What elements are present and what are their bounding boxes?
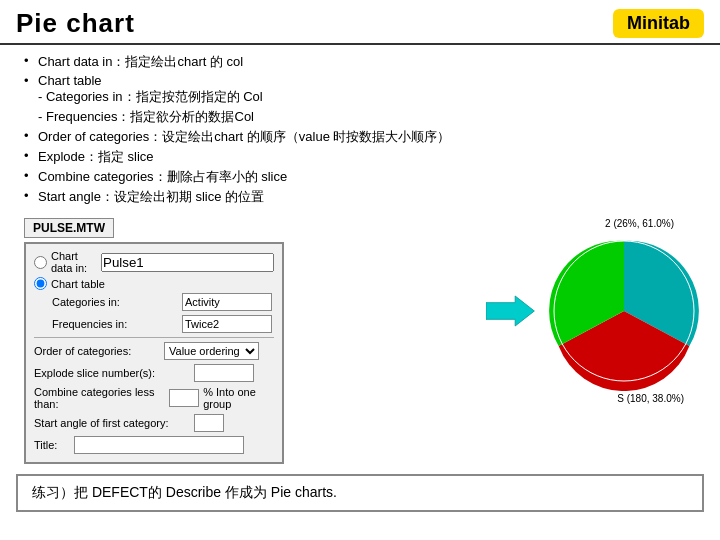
chart-data-in-input[interactable] xyxy=(101,253,274,272)
title-label: Title: xyxy=(34,439,74,451)
dialog-box: PULSE.MTW Chart data in: Chart table Cat… xyxy=(24,218,284,464)
bullet-item-6: Start angle：设定绘出初期 slice 的位置 xyxy=(24,188,696,206)
exercise-box: 练习）把 DEFECT的 Describe 作成为 Pie charts. xyxy=(16,474,704,512)
chart-label-bottom: S (180, 38.0%) xyxy=(617,393,684,404)
frequencies-in-row: Frequencies in: xyxy=(34,315,274,333)
page-title: Pie chart xyxy=(16,8,135,39)
bullet-item-4: Explode：指定 slice xyxy=(24,148,696,166)
combine-input[interactable] xyxy=(169,389,199,407)
combine-label: Combine categories less than: xyxy=(34,386,169,410)
page-header: Pie chart Minitab xyxy=(0,0,720,45)
title-input[interactable] xyxy=(74,436,244,454)
bullet-item-2: Chart table Categories in：指定按范例指定的 Col F… xyxy=(24,73,696,126)
chart-table-row: Chart table xyxy=(34,277,274,290)
start-angle-label: Start angle of first category: xyxy=(34,417,194,429)
minitab-badge: Minitab xyxy=(613,9,704,38)
arrow-icon xyxy=(486,291,536,331)
feature-list: Chart data in：指定绘出chart 的 col Chart tabl… xyxy=(24,53,696,206)
start-angle-input[interactable] xyxy=(194,414,224,432)
order-row: Order of categories: Value ordering xyxy=(34,342,274,360)
combine-unit: % Into one group xyxy=(203,386,274,410)
bullet-item-1: Chart data in：指定绘出chart 的 col xyxy=(24,53,696,71)
filename-tag: PULSE.MTW xyxy=(24,218,114,238)
sub-item-2: Frequencies：指定欲分析的数据Col xyxy=(38,108,696,126)
bullet-item-5: Combine categories：删除占有率小的 slice xyxy=(24,168,696,186)
radio-chart-table[interactable] xyxy=(34,277,47,290)
sub-list: Categories in：指定按范例指定的 Col Frequencies：指… xyxy=(38,88,696,126)
pie-chart-svg xyxy=(544,231,704,391)
categories-in-input[interactable] xyxy=(182,293,272,311)
chart-with-arrow xyxy=(486,231,704,391)
categories-in-row: Categories in: xyxy=(34,293,274,311)
explode-row: Explode slice number(s): xyxy=(34,364,274,382)
explode-input[interactable] xyxy=(194,364,254,382)
sub-item-1: Categories in：指定按范例指定的 Col xyxy=(38,88,696,106)
radio-chart-data-in[interactable] xyxy=(34,256,47,269)
chart-area: 2 (26%, 61.0%) S (180, 38.0%) xyxy=(294,218,704,464)
exercise-text: 练习）把 DEFECT的 Describe 作成为 Pie charts. xyxy=(32,484,337,500)
pie-chart-dialog: Chart data in: Chart table Categories in… xyxy=(24,242,284,464)
frequencies-in-label: Frequencies in: xyxy=(52,318,182,330)
start-angle-row: Start angle of first category: xyxy=(34,414,274,432)
chart-table-label: Chart table xyxy=(51,278,105,290)
title-row: Title: xyxy=(34,436,274,454)
order-label: Order of categories: xyxy=(34,345,164,357)
main-content: PULSE.MTW Chart data in: Chart table Cat… xyxy=(0,212,720,468)
chart-data-in-row: Chart data in: xyxy=(34,250,274,274)
chart-data-in-label: Chart data in: xyxy=(51,250,101,274)
categories-in-label: Categories in: xyxy=(52,296,182,308)
chart-label-top: 2 (26%, 61.0%) xyxy=(605,218,674,229)
svg-marker-0 xyxy=(486,296,534,326)
bullet-list-section: Chart data in：指定绘出chart 的 col Chart tabl… xyxy=(0,45,720,212)
bullet-item-3: Order of categories：设定绘出chart 的顺序（value … xyxy=(24,128,696,146)
combine-row: Combine categories less than: % Into one… xyxy=(34,386,274,410)
order-select[interactable]: Value ordering xyxy=(164,342,259,360)
explode-label: Explode slice number(s): xyxy=(34,367,194,379)
frequencies-in-input[interactable] xyxy=(182,315,272,333)
